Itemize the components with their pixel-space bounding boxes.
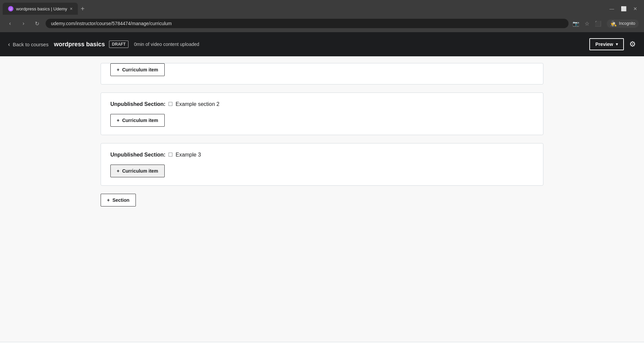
main-content: + Curriculum item Unpublished Section: ☐… [0,56,644,362]
browser-tab[interactable]: U wordpress basics | Udemy × [3,3,78,15]
forward-button[interactable]: › [19,19,28,28]
section-name-2: Example section 2 [175,101,219,107]
app-header: ‹ Back to courses wordpress basics DRAFT… [0,32,644,56]
section-card-3: Unpublished Section: ☐ Example 3 + Curri… [101,143,543,186]
curriculum-item-label-2: Curriculum item [122,118,158,123]
sidebar-icon[interactable]: ⬛ [595,20,601,27]
preview-label: Preview [595,42,613,47]
incognito-icon: 🕵 [610,20,617,27]
preview-chevron-icon: ▾ [616,42,618,47]
draft-badge: DRAFT [109,41,129,48]
curriculum-item-button-2[interactable]: + Curriculum item [110,114,165,127]
bookmark-icon[interactable]: ☆ [585,20,589,27]
incognito-badge: 🕵 Incognito [607,19,639,28]
settings-button[interactable]: ⚙ [629,40,636,49]
curriculum-item-label-1: Curriculum item [122,67,158,72]
upload-status: 0min of video content uploaded [134,42,199,47]
address-bar[interactable] [46,19,569,28]
browser-nav: ‹ › ↻ 📷 ☆ ⬛ 🕵 Incognito [0,15,644,32]
settings-icon: ⚙ [629,40,636,48]
section-card-2: Unpublished Section: ☐ Example section 2… [101,93,543,135]
course-title: wordpress basics [54,41,105,48]
bottom-bar [0,342,644,362]
plus-icon-1: + [117,67,119,72]
plus-icon-3: + [117,168,119,174]
section-doc-icon-2: ☐ [168,101,173,107]
section-status-2: Unpublished Section: [110,101,165,107]
minimize-button[interactable]: — [609,6,614,11]
section-status-3: Unpublished Section: [110,152,165,158]
section-header-3: Unpublished Section: ☐ Example 3 [110,152,534,158]
section-name-3: Example 3 [175,152,201,158]
section-header-2: Unpublished Section: ☐ Example section 2 [110,101,534,107]
back-arrow-icon: ‹ [8,41,10,48]
curriculum-item-label-3: Curriculum item [122,168,158,174]
tab-favicon: U [8,6,13,11]
camera-icon[interactable]: 📷 [573,20,579,27]
new-tab-button[interactable]: + [80,5,85,13]
back-to-courses-link[interactable]: ‹ Back to courses [8,41,49,48]
close-window-button[interactable]: ✕ [633,6,637,11]
curriculum-item-button-3[interactable]: + Curriculum item [110,165,165,177]
plus-icon-2: + [117,118,119,123]
restore-button[interactable]: ⬜ [621,6,627,11]
add-section-button[interactable]: + Section [101,194,136,206]
add-section-label: Section [112,197,129,203]
section-doc-icon-3: ☐ [168,152,173,158]
add-section-plus-icon: + [107,197,110,203]
reload-button[interactable]: ↻ [32,19,42,28]
back-to-courses-label: Back to courses [13,42,49,47]
section-card-partial: + Curriculum item [101,63,543,84]
preview-button[interactable]: Preview ▾ [589,38,624,50]
tab-title: wordpress basics | Udemy [16,6,67,11]
back-button[interactable]: ‹ [5,19,15,28]
incognito-label: Incognito [619,21,635,26]
curriculum-item-button-1[interactable]: + Curriculum item [110,63,165,76]
tab-close-button[interactable]: × [70,6,72,11]
